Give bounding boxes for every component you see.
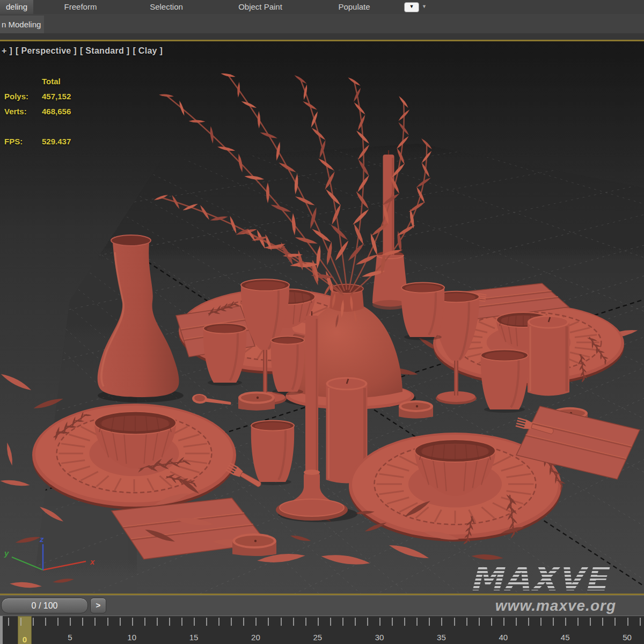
- track-bar[interactable]: 0 5101520253035404550: [0, 616, 644, 644]
- frame-tick: [590, 618, 591, 626]
- tea-light-center[interactable]: [399, 400, 433, 419]
- frame-tick: [330, 618, 331, 626]
- viewport-active-border-top: [0, 40, 644, 41]
- current-frame-label: 0: [18, 635, 31, 644]
- main-window: MAXVExyz deling Freeform Selection Objec…: [0, 0, 644, 644]
- frame-tick: [577, 618, 579, 626]
- viewport-menu-shading[interactable]: [ Clay ]: [133, 46, 163, 55]
- frame-tick: [57, 618, 58, 626]
- frame-tick-label: 5: [59, 633, 80, 642]
- tab-freeform[interactable]: Freeform: [51, 0, 110, 14]
- frame-tick: [120, 618, 121, 626]
- frame-tick: [553, 618, 554, 626]
- frame-tick: [367, 618, 368, 626]
- axis-z-label: z: [39, 535, 44, 544]
- viewport-menu-pov[interactable]: [ Perspective ]: [16, 46, 77, 55]
- tab-modeling[interactable]: deling: [0, 0, 33, 14]
- frame-tick: [441, 618, 442, 626]
- cup-left[interactable]: [271, 336, 305, 395]
- frame-tick: [602, 618, 603, 626]
- axis-x-label: x: [90, 557, 95, 566]
- frame-tick: [305, 618, 306, 626]
- frame-tick: [181, 618, 182, 626]
- frame-tick: [194, 618, 195, 626]
- svg-text:MAXVE: MAXVE: [470, 559, 610, 598]
- frame-tick: [33, 618, 34, 626]
- frame-tick: [281, 618, 282, 626]
- chevron-down-icon[interactable]: ▼: [422, 4, 427, 9]
- frame-tick: [243, 618, 244, 626]
- cup-right-of-holder[interactable]: [401, 282, 444, 340]
- frame-tick: [218, 618, 219, 626]
- time-slider[interactable]: 0 / 100: [1, 598, 88, 613]
- frame-tick: [293, 618, 294, 626]
- viewport-3d[interactable]: MAXVExyz: [0, 0, 644, 644]
- frame-tick: [466, 618, 467, 626]
- viewport-canvas[interactable]: MAXVExyz: [0, 0, 644, 644]
- frame-tick: [144, 618, 145, 626]
- ribbon-collapse-icon[interactable]: ▼: [404, 2, 419, 12]
- frame-tick: [231, 618, 232, 626]
- cup-front-left[interactable]: [251, 420, 294, 485]
- frame-tick: [8, 618, 9, 626]
- stats-verts-value: 468,656: [42, 107, 71, 116]
- frame-tick: [82, 618, 83, 626]
- frame-tick-label: 35: [430, 633, 452, 642]
- frame-tick-label: 15: [183, 633, 204, 642]
- frame-tick-label: 30: [369, 633, 390, 642]
- frame-tick: [416, 618, 418, 626]
- viewport-label: + ][ Perspective ][ Standard ][ Clay ]: [2, 46, 166, 56]
- frame-tick: [627, 618, 628, 626]
- frame-tick: [255, 618, 257, 626]
- frame-tick: [132, 618, 133, 626]
- frame-tick: [107, 618, 108, 626]
- frame-tick-label: 50: [617, 633, 638, 642]
- frame-tick: [479, 618, 480, 626]
- next-frame-button[interactable]: >: [90, 598, 106, 613]
- tab-selection[interactable]: Selection: [137, 0, 196, 14]
- stats-header: Total: [42, 77, 61, 86]
- frame-tick: [94, 618, 96, 626]
- frame-tick: [429, 618, 430, 626]
- frame-tick: [491, 618, 492, 626]
- frame-tick: [404, 618, 405, 626]
- frame-tick-label: 45: [554, 633, 576, 642]
- frame-tick: [614, 618, 616, 626]
- frame-tick: [169, 618, 170, 626]
- frame-tick: [206, 618, 207, 626]
- frame-tick: [20, 618, 21, 626]
- stats-fps-value: 529.437: [42, 137, 71, 146]
- frame-tick: [516, 618, 517, 626]
- frame-tick-label: 10: [121, 633, 143, 642]
- viewport-menu-standard[interactable]: [ Standard ]: [80, 46, 130, 55]
- ribbon-tab-bar: deling Freeform Selection Object Paint P…: [0, 0, 644, 14]
- time-bar: 0 / 100 > www.maxve.org: [0, 595, 644, 616]
- frame-tick: [379, 618, 380, 626]
- track-bar-edge: [0, 616, 3, 644]
- frame-tick: [45, 618, 46, 626]
- frame-tick: [355, 618, 356, 626]
- tea-light-front[interactable]: [232, 533, 276, 556]
- axis-y-label: y: [4, 548, 9, 558]
- frame-tick: [540, 618, 541, 626]
- ribbon-strip: [0, 33, 644, 40]
- frame-tick: [342, 618, 343, 626]
- tab-object-paint[interactable]: Object Paint: [220, 0, 301, 14]
- frame-tick: [392, 618, 393, 626]
- stats-verts-label: Verts:: [4, 107, 27, 116]
- frame-tick: [640, 618, 641, 626]
- time-slider-frame-marker[interactable]: 0: [18, 616, 32, 644]
- frame-tick: [268, 618, 269, 626]
- stats-polys-value: 457,152: [42, 92, 71, 101]
- frame-tick: [565, 618, 566, 626]
- frame-tick: [70, 618, 71, 626]
- watermark-url: www.maxve.org: [495, 597, 616, 614]
- panel-polygon-modeling[interactable]: n Modeling: [0, 16, 44, 33]
- tab-populate[interactable]: Populate: [325, 0, 384, 14]
- viewport-menu-general[interactable]: + ]: [2, 46, 12, 55]
- frame-tick: [454, 618, 455, 626]
- watermark-logo: MAXVE: [470, 559, 610, 598]
- stats-fps-label: FPS:: [4, 137, 23, 146]
- frame-tick: [528, 618, 529, 626]
- ribbon-panel-row: n Modeling: [0, 14, 644, 33]
